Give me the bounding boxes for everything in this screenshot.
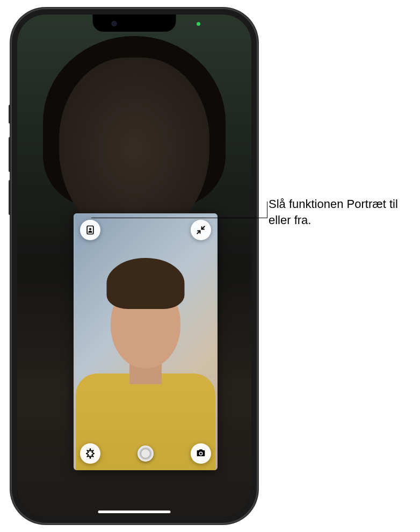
- callout-text: Slå funktionen Portræt til eller fra.: [269, 196, 414, 228]
- self-view-tile[interactable]: [74, 213, 218, 470]
- flip-camera-button[interactable]: [191, 443, 211, 464]
- effects-icon: [84, 448, 96, 459]
- capture-button[interactable]: [137, 445, 154, 462]
- svg-point-1: [89, 228, 91, 230]
- portrait-mode-icon: [85, 225, 96, 235]
- annotation-callout: Slå funktionen Portræt til eller fra.: [269, 196, 414, 228]
- iphone-device-frame: [11, 8, 258, 524]
- notch: [93, 15, 176, 32]
- home-indicator[interactable]: [98, 511, 171, 513]
- effects-button[interactable]: [80, 443, 100, 464]
- iphone-screen: [17, 15, 251, 517]
- callout-leader-line: [91, 218, 267, 218]
- remote-caller-graphic: [59, 57, 209, 240]
- self-view-person-graphic: [76, 277, 215, 470]
- portrait-mode-button[interactable]: [80, 220, 100, 240]
- flip-camera-icon: [195, 448, 207, 459]
- front-camera-dot: [112, 21, 117, 26]
- minimize-icon: [196, 225, 206, 235]
- camera-in-use-indicator: [197, 22, 200, 26]
- minimize-tile-button[interactable]: [191, 220, 211, 240]
